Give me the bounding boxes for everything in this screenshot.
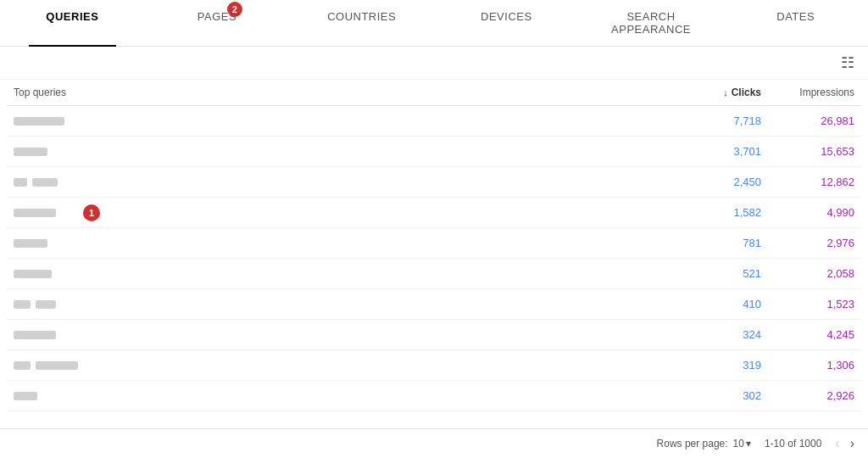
row-impressions: 4,990: [761, 206, 854, 219]
header-impressions: Impressions: [761, 87, 854, 98]
row-annotation-badge: 1: [83, 204, 100, 221]
row-clicks: 7,718: [676, 114, 761, 127]
rows-per-page: Rows per page: 10 ▾: [657, 438, 751, 450]
blurred-text: [32, 178, 58, 187]
filter-icon[interactable]: ☷: [841, 53, 854, 72]
row-impressions: 1,306: [761, 359, 854, 371]
blurred-text: [14, 239, 47, 248]
row-clicks: 2,450: [676, 176, 761, 188]
header-clicks[interactable]: ↓ Clicks: [676, 87, 761, 98]
row-query-label: [14, 209, 676, 217]
row-clicks: 521: [676, 267, 761, 280]
row-clicks: 324: [676, 328, 761, 341]
tab-search-appearance[interactable]: SEARCH APPEARANCE: [579, 0, 724, 46]
next-page-arrow[interactable]: ›: [850, 436, 854, 451]
rows-per-page-select[interactable]: 10 ▾: [733, 438, 751, 450]
blurred-text: [14, 178, 27, 187]
table-row[interactable]: 1,5824,9901: [7, 198, 861, 228]
blurred-text: [36, 361, 78, 370]
toolbar: ☷: [0, 47, 868, 80]
table-row[interactable]: 7,71826,981: [7, 106, 861, 137]
table-row[interactable]: 5212,058: [7, 259, 861, 289]
row-impressions: 1,523: [761, 298, 854, 310]
table-footer: Rows per page: 10 ▾ 1-10 of 1000 ‹ ›: [0, 428, 868, 458]
row-impressions: 26,981: [761, 114, 854, 127]
prev-page-arrow[interactable]: ‹: [835, 436, 839, 451]
table-header: Top queries ↓ Clicks Impressions: [7, 80, 861, 106]
row-impressions: 4,245: [761, 328, 854, 341]
rows-per-page-label: Rows per page:: [657, 438, 728, 450]
row-clicks: 1,582: [676, 206, 761, 219]
row-query-label: [14, 148, 676, 156]
row-query-label: [14, 361, 676, 370]
table-body: 7,71826,9813,70115,6532,45012,8621,5824,…: [7, 106, 861, 411]
row-clicks: 302: [676, 389, 761, 402]
table-row[interactable]: 3191,306: [7, 350, 861, 381]
row-query-label: [14, 239, 676, 248]
row-clicks: 410: [676, 298, 761, 310]
row-query-label: [14, 300, 676, 309]
row-impressions: 12,862: [761, 176, 854, 188]
tabs-container: QUERIESPAGES2COUNTRIESDEVICESSEARCH APPE…: [0, 0, 868, 47]
blurred-text: [14, 117, 64, 126]
row-query-label: [14, 331, 676, 339]
row-impressions: 2,976: [761, 237, 854, 249]
row-query-label: [14, 392, 676, 400]
row-impressions: 2,926: [761, 389, 854, 402]
tab-pages[interactable]: PAGES2: [145, 0, 290, 46]
row-clicks: 319: [676, 359, 761, 371]
tab-dates[interactable]: DATES: [723, 0, 868, 46]
blurred-text: [14, 331, 56, 339]
blurred-text: [14, 209, 56, 217]
table-row[interactable]: 7812,976: [7, 228, 861, 259]
tab-countries[interactable]: COUNTRIES: [289, 0, 434, 46]
table-container: Top queries ↓ Clicks Impressions 7,71826…: [0, 80, 868, 411]
tab-queries[interactable]: QUERIES: [0, 0, 145, 46]
blurred-text: [14, 148, 47, 156]
table-row[interactable]: 3,70115,653: [7, 137, 861, 167]
table-row[interactable]: 4101,523: [7, 289, 861, 320]
row-impressions: 15,653: [761, 145, 854, 158]
pagination-range: 1-10 of 1000: [765, 438, 821, 450]
blurred-text: [14, 361, 31, 370]
row-impressions: 2,058: [761, 267, 854, 280]
header-label: Top queries: [14, 87, 676, 98]
row-query-label: [14, 117, 676, 126]
row-clicks: 3,701: [676, 145, 761, 158]
blurred-text: [14, 270, 52, 278]
table-row[interactable]: 3244,245: [7, 320, 861, 350]
row-query-label: [14, 178, 676, 187]
blurred-text: [14, 300, 31, 309]
footer-nav: ‹ ›: [835, 436, 854, 451]
table-row[interactable]: 3022,926: [7, 381, 861, 411]
dropdown-icon: ▾: [746, 438, 751, 450]
row-query-label: [14, 270, 676, 278]
tab-badge: 2: [227, 2, 242, 17]
table-row[interactable]: 2,45012,862: [7, 167, 861, 198]
sort-down-icon: ↓: [723, 87, 728, 98]
blurred-text: [14, 392, 37, 400]
blurred-text: [36, 300, 56, 309]
tab-devices[interactable]: DEVICES: [434, 0, 579, 46]
row-clicks: 781: [676, 237, 761, 249]
